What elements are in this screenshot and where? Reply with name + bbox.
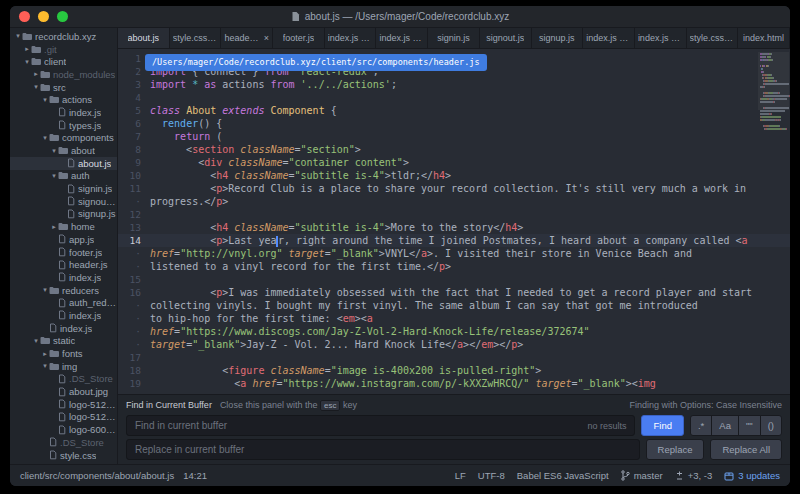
code-line[interactable]: 8 <section className="section"> (118, 143, 790, 156)
tree-folder-home[interactable]: ▸home (10, 220, 117, 233)
code-line[interactable]: 5class About extends Component { (118, 104, 790, 117)
code-line[interactable]: 3import * as actions from '../../actions… (118, 78, 790, 91)
code-line[interactable]: 9 <div className="container content"> (118, 156, 790, 169)
tree-folder-fonts[interactable]: ▸fonts (10, 347, 117, 360)
chevron-down-icon[interactable]: ▾ (41, 286, 49, 294)
code-line[interactable]: 10 <h4 className="subtitle is-4">tldr;</… (118, 169, 790, 182)
chevron-down-icon[interactable]: ▾ (41, 134, 49, 142)
tree-file-index.js[interactable]: index.js (10, 106, 117, 119)
chevron-down-icon[interactable]: ▾ (41, 362, 49, 370)
tree-file-signup.js[interactable]: signup.js (10, 208, 117, 221)
tab-signin.js[interactable]: signin.js (428, 28, 480, 48)
code-line[interactable]: ·href="https://www.discogs.com/Jay-Z-Vol… (118, 325, 790, 338)
chevron-down-icon[interactable]: ▾ (41, 96, 49, 104)
code-line[interactable]: 11 <p>Record Club is a place to share yo… (118, 182, 790, 195)
code-line-active[interactable]: 14 <p>Last year, right around the time I… (118, 234, 790, 247)
find-input[interactable] (135, 420, 626, 431)
code-line[interactable]: 7 return ( (118, 130, 790, 143)
tree-file-auth_reducer.js[interactable]: auth_reducer.js (10, 296, 117, 309)
tree-file-.DS_Store[interactable]: .DS_Store (10, 436, 117, 449)
tree-file-app.js[interactable]: app.js (10, 233, 117, 246)
selection-option-button[interactable]: "" (738, 415, 761, 436)
tree-file-.DS_Store[interactable]: .DS_Store (10, 373, 117, 386)
tree-file-signout.js[interactable]: signout.js (10, 195, 117, 208)
tree-folder-static[interactable]: ▾static (10, 335, 117, 348)
tree-file-logo-600@2x.p…[interactable]: logo-600@2x.p… (10, 423, 117, 436)
encoding-indicator[interactable]: UTF-8 (478, 470, 505, 481)
current-file-path[interactable]: client/src/components/about/about.js (20, 470, 174, 481)
tab-style.css — sty…[interactable]: style.css — sty… (687, 28, 739, 48)
tree-file-signin.js[interactable]: signin.js (10, 182, 117, 195)
code-line[interactable]: 13 <h4 className="subtitle is-4">More to… (118, 221, 790, 234)
file-tree[interactable]: ▾recordclub.xyz▸.git▾client▸node_modules… (10, 28, 118, 464)
tree-folder-.git[interactable]: ▸.git (10, 43, 117, 56)
tree-file-logo-512.sketch[interactable]: logo-512.sketch (10, 398, 117, 411)
chevron-right-icon[interactable]: ▸ (32, 70, 40, 78)
code-line[interactable]: 16 <p>I was immediately obsessed with th… (118, 286, 790, 299)
tab-index.html[interactable]: index.html (738, 28, 790, 48)
chevron-down-icon[interactable]: ▾ (23, 58, 31, 66)
tree-folder-reducers[interactable]: ▾reducers (10, 284, 117, 297)
chevron-down-icon[interactable]: ▾ (50, 172, 58, 180)
tree-folder-components[interactable]: ▾components (10, 132, 117, 145)
code-line[interactable]: 19 <a href="https://www.instagram.com/p/… (118, 377, 790, 390)
minimap[interactable] (760, 52, 787, 130)
tab-signup.js[interactable]: signup.js (532, 28, 584, 48)
code-line[interactable]: ·listened to a vinyl record for the firs… (118, 260, 790, 273)
replace-input[interactable] (135, 444, 631, 455)
code-line[interactable]: 15 (118, 273, 790, 286)
tab-about.js[interactable]: about.js (118, 28, 170, 48)
find-button[interactable]: Find (641, 415, 683, 436)
line-ending-indicator[interactable]: LF (455, 470, 466, 481)
tab-header.js[interactable]: header.js× (221, 28, 273, 48)
replace-button[interactable]: Replace (646, 439, 705, 460)
tab-style.css — sta…[interactable]: style.css — sta… (170, 28, 222, 48)
chevron-right-icon[interactable]: ▸ (23, 45, 31, 53)
tab-index.js — src[interactable]: index.js — src (376, 28, 428, 48)
tree-file-about.jpg[interactable]: about.jpg (10, 385, 117, 398)
tree-file-index.js[interactable]: index.js (10, 309, 117, 322)
code-line[interactable]: 18 <figure className="image is-400x200 i… (118, 364, 790, 377)
tree-folder-src[interactable]: ▾src (10, 81, 117, 94)
tab-index.js — act…[interactable]: index.js — act… (583, 28, 635, 48)
zoom-window-button[interactable] (57, 11, 68, 22)
code-line[interactable]: ·target="_blank">Jay-Z - Vol. 2... Hard … (118, 338, 790, 351)
regex-option-button[interactable]: .* (690, 415, 712, 436)
chevron-down-icon[interactable]: ▾ (50, 147, 58, 155)
git-branch-indicator[interactable]: master (621, 470, 663, 481)
code-editor[interactable]: 1import React, { Component } from 'react… (118, 49, 790, 394)
code-line[interactable]: 12 (118, 208, 790, 221)
code-line[interactable]: 4 (118, 91, 790, 104)
minimize-window-button[interactable] (38, 11, 49, 22)
tree-file-about.js[interactable]: about.js (10, 157, 117, 170)
tab-index.js — co…[interactable]: index.js — co… (325, 28, 377, 48)
chevron-down-icon[interactable]: ▾ (32, 83, 40, 91)
close-window-button[interactable] (19, 11, 30, 22)
code-line[interactable]: 17 (118, 351, 790, 364)
title-bar[interactable]: about.js — /Users/mager/Code/recordclub.… (10, 6, 790, 28)
tree-file-types.js[interactable]: types.js (10, 119, 117, 132)
tree-folder-about[interactable]: ▾about (10, 144, 117, 157)
tree-folder-recordclub.xyz[interactable]: ▾recordclub.xyz (10, 30, 117, 43)
chevron-right-icon[interactable]: ▸ (41, 350, 49, 358)
tree-file-index.js[interactable]: index.js (10, 271, 117, 284)
tree-folder-img[interactable]: ▾img (10, 360, 117, 373)
tree-folder-actions[interactable]: ▾actions (10, 93, 117, 106)
git-diff-indicator[interactable]: +3, -3 (675, 470, 713, 481)
code-line[interactable]: 6 render() { (118, 117, 790, 130)
tree-file-footer.js[interactable]: footer.js (10, 246, 117, 259)
package-updates-indicator[interactable]: 3 updates (724, 470, 780, 481)
tree-file-header.js[interactable]: header.js (10, 258, 117, 271)
tab-close-icon[interactable]: × (264, 33, 269, 43)
code-line[interactable]: ·progress.</p> (118, 195, 790, 208)
chevron-right-icon[interactable]: ▸ (50, 223, 58, 231)
code-line[interactable]: ·to hip-hop for the first time: <em><a (118, 312, 790, 325)
tab-bar[interactable]: about.jsstyle.css — sta…header.js×footer… (118, 28, 790, 49)
tree-file-logo-512@2x.p…[interactable]: logo-512@2x.p… (10, 411, 117, 424)
code-line[interactable]: ·href="http://vnyl.org" target="_blank">… (118, 247, 790, 260)
tree-folder-client[interactable]: ▾client (10, 55, 117, 68)
chevron-down-icon[interactable]: ▾ (14, 32, 22, 40)
tree-folder-node_modules[interactable]: ▸node_modules (10, 68, 117, 81)
code-line[interactable]: ·collecting vinyls. I bought my first vi… (118, 299, 790, 312)
replace-all-button[interactable]: Replace All (710, 439, 782, 460)
